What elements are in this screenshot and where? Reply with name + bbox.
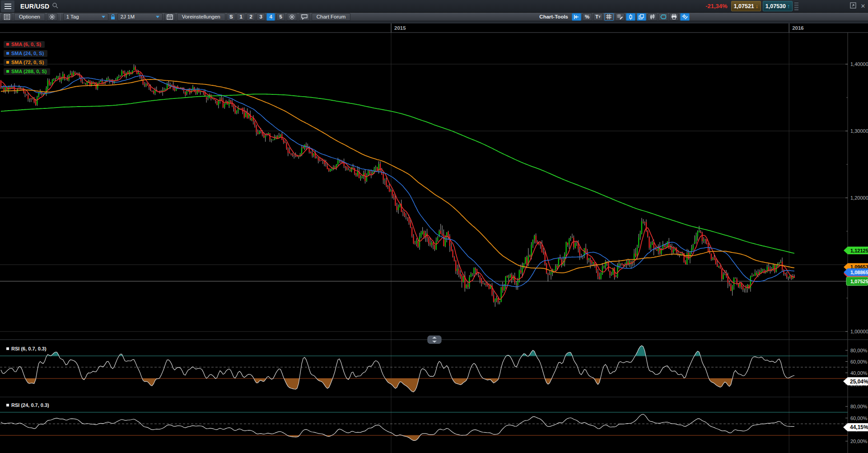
- rsi1-value: 25,04%: [850, 378, 868, 385]
- sma6-label: SMA (6, 0, S): [11, 42, 41, 47]
- panel-resize-handle[interactable]: [428, 336, 441, 344]
- sma288-label: SMA (288, 0, S): [11, 69, 47, 74]
- grid-edit-icon[interactable]: [615, 13, 625, 21]
- gear-icon[interactable]: [47, 13, 57, 21]
- presets-label: Voreinstellungen: [182, 14, 220, 19]
- chart-window: 201520161,400001,300001,200001,000001,12…: [0, 0, 868, 453]
- overlay-legend: SMA (6, 0, S) SMA (24, 0, S) SMA (72, 0,…: [4, 41, 50, 75]
- year-label: 2015: [394, 25, 406, 31]
- printer-icon[interactable]: [669, 13, 679, 21]
- sell-arrow-icon: ↓: [756, 3, 758, 9]
- chart-forum-label: Chart Forum: [317, 14, 346, 19]
- grid-icon[interactable]: [604, 13, 614, 21]
- rsi1-axis-label: 40,00%: [850, 370, 868, 376]
- buy-arrow-icon: ↑: [787, 3, 790, 9]
- bid-value: 1,07521: [734, 3, 754, 9]
- chart-tools-label: Chart-Tools: [539, 14, 568, 19]
- price-axis-label: 1,00000: [850, 329, 868, 334]
- legend-sma72[interactable]: SMA (72, 0, S): [4, 59, 47, 66]
- rsi2-axis-label: 80,00%: [850, 404, 868, 409]
- rsi1-swatch: [6, 347, 9, 350]
- percent-scale-icon[interactable]: %: [583, 13, 592, 21]
- text-size-icon[interactable]: TT: [593, 13, 603, 21]
- lock-icon[interactable]: [111, 14, 115, 20]
- sma24-label: SMA (24, 0, S): [11, 51, 44, 56]
- legend-sma288[interactable]: SMA (288, 0, S): [4, 68, 50, 75]
- sma72-swatch: [6, 61, 9, 64]
- legend-sma6[interactable]: SMA (6, 0, S): [4, 41, 45, 48]
- candlestick-style-icon[interactable]: [626, 13, 635, 21]
- price-badge-value: 1,12125: [850, 248, 868, 253]
- calendar-icon[interactable]: [164, 13, 175, 21]
- chart-toolbar: Optionen 1 Tag 2J 1M Voreinstellungen S …: [0, 13, 868, 21]
- rsi2-value: 44,15%: [850, 424, 868, 430]
- layout-button-5[interactable]: 5: [276, 13, 285, 21]
- price-axis-label: 1,40000: [850, 61, 868, 67]
- sma288-swatch: [6, 70, 9, 73]
- rsi2-label: RSI (24, 0.7, 0.3): [11, 402, 49, 408]
- legend-sma24[interactable]: SMA (24, 0, S): [4, 50, 47, 57]
- price-badge-value: 1,08865: [850, 270, 868, 275]
- year-label: 2016: [792, 25, 804, 31]
- layout-button-4[interactable]: 4: [266, 13, 275, 21]
- sma24-swatch: [6, 52, 9, 55]
- price-badge-value: 1,07525: [850, 279, 868, 284]
- dock-panel-icon[interactable]: [572, 13, 581, 21]
- layout-button-1[interactable]: 1: [237, 13, 245, 21]
- interval-value: 1 Tag: [66, 14, 79, 19]
- price-axis-label: 1,30000: [850, 128, 868, 134]
- interval-select[interactable]: 1 Tag: [63, 13, 108, 21]
- search-icon[interactable]: [52, 2, 58, 10]
- price-chart[interactable]: 201520161,400001,300001,200001,000001,12…: [0, 0, 868, 453]
- rsi2-axis-label: 20,00%: [850, 439, 868, 444]
- rsi2-legend[interactable]: RSI (24, 0.7, 0.3): [6, 402, 49, 408]
- chart-list-icon[interactable]: [2, 13, 12, 21]
- price-axis-label: 1,20000: [850, 195, 868, 201]
- rsi2-axis-label: 60,00%: [850, 416, 868, 421]
- options-button[interactable]: Optionen: [14, 13, 45, 21]
- gear-icon[interactable]: [287, 13, 297, 21]
- drag-grip[interactable]: [794, 1, 798, 11]
- indicator-icon[interactable]: [648, 13, 657, 21]
- options-label: Optionen: [19, 14, 40, 19]
- popout-icon[interactable]: [848, 1, 858, 11]
- rsi2-swatch: [6, 404, 9, 406]
- chevron-down-icon: [102, 16, 105, 18]
- chart-settings-icon[interactable]: [680, 13, 690, 21]
- chat-bubble-icon[interactable]: [299, 13, 310, 21]
- layout-button-2[interactable]: 2: [247, 13, 255, 21]
- chart-forum-button[interactable]: Chart Forum: [312, 13, 351, 21]
- rsi1-axis-label: 60,00%: [850, 359, 868, 364]
- title-bar: EUR/USD -21,34% 1,07521↓ 1,07530↑ ✕: [0, 0, 868, 13]
- range-select[interactable]: 2J 1M: [117, 13, 163, 21]
- layout-button-3[interactable]: 3: [257, 13, 265, 21]
- presets-button[interactable]: Voreinstellungen: [177, 13, 225, 21]
- change-percent: -21,34%: [705, 3, 727, 9]
- rsi1-label: RSI (6, 0.7, 0.3): [11, 346, 47, 351]
- instrument-title: EUR/USD: [20, 3, 49, 10]
- bid-price[interactable]: 1,07521↓: [731, 1, 761, 11]
- overlay-windows-icon[interactable]: [637, 13, 646, 21]
- close-icon[interactable]: ✕: [858, 1, 868, 11]
- rsi1-legend[interactable]: RSI (6, 0.7, 0.3): [6, 346, 47, 351]
- menu-icon[interactable]: [1, 0, 14, 12]
- ask-price[interactable]: 1,07530↑: [763, 1, 793, 11]
- eraser-icon[interactable]: [658, 13, 668, 21]
- range-value: 2J 1M: [121, 14, 135, 19]
- ask-value: 1,07530: [765, 3, 786, 9]
- chevron-down-icon: [156, 16, 159, 18]
- sma6-swatch: [6, 43, 9, 46]
- sma72-label: SMA (72, 0, S): [11, 60, 44, 65]
- rsi1-axis-label: 80,00%: [850, 348, 868, 353]
- layout-button-s[interactable]: S: [227, 13, 235, 21]
